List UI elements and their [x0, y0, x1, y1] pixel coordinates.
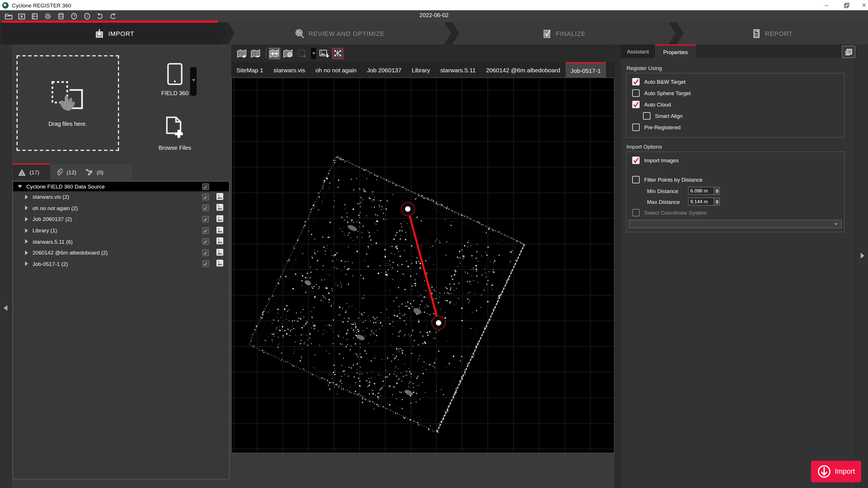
thumbnail-icon[interactable]: [216, 226, 223, 234]
close-project-icon[interactable]: [17, 12, 26, 21]
pan-sitemap-button[interactable]: [269, 47, 280, 59]
tool-options-dropdown[interactable]: [311, 47, 316, 59]
tab-warnings[interactable]: (17): [12, 165, 50, 180]
sitemap-tab[interactable]: Job 2060137: [362, 62, 406, 77]
checkbox[interactable]: [632, 89, 640, 97]
caret-right-icon[interactable]: [25, 239, 28, 244]
workflow-tab-report[interactable]: REPORT: [677, 22, 868, 44]
tree-row[interactable]: starwars.5.11 (6) ✓: [13, 236, 229, 247]
registration-link[interactable]: [401, 202, 445, 330]
help-icon[interactable]: ?: [69, 12, 79, 21]
caret-right-icon[interactable]: [25, 206, 28, 210]
sitemap-tab[interactable]: SiteMap 1: [231, 62, 269, 77]
remove-sitemap-button[interactable]: [250, 47, 261, 59]
drag-files-dropzone[interactable]: Drag files here.: [17, 55, 119, 151]
tree-row[interactable]: starwars.vis (2) ✓: [13, 191, 229, 202]
select-region-button[interactable]: [296, 47, 308, 59]
tab-properties[interactable]: Properties: [655, 44, 696, 58]
workflow-tab-review[interactable]: REVIEW AND OPTIMIZE: [228, 22, 451, 44]
checkbox[interactable]: [643, 112, 650, 120]
thumbnail-icon[interactable]: [216, 193, 223, 201]
option-select-coordinate-system[interactable]: Select Coordinate System: [632, 209, 707, 216]
tab-assistant[interactable]: Assistant: [621, 44, 655, 58]
coordinate-system-dropdown[interactable]: [629, 220, 842, 228]
redo-icon[interactable]: [108, 12, 118, 21]
project-manager-icon[interactable]: [30, 12, 39, 21]
tree-row-checkbox[interactable]: ✓: [202, 205, 209, 212]
restore-button[interactable]: [838, 0, 853, 10]
thumbnail-icon[interactable]: [216, 237, 223, 246]
tree-header-checkbox[interactable]: ✓: [202, 183, 209, 190]
caret-right-icon[interactable]: [25, 228, 28, 233]
tree-row[interactable]: Library (1) ✓: [13, 225, 229, 236]
import-image-button[interactable]: [318, 47, 330, 59]
sitemap-canvas[interactable]: [231, 77, 615, 453]
tab-attachments[interactable]: (12): [56, 168, 76, 176]
tree-row[interactable]: 2060142 @6m albedoboard (2) ✓: [13, 247, 229, 258]
option-filter-points[interactable]: Filter Points by Distance: [632, 176, 703, 183]
max-distance-stepper[interactable]: [714, 198, 720, 205]
option-auto-bw-target[interactable]: Auto B&W Target: [632, 78, 685, 86]
field360-dropdown[interactable]: [190, 67, 196, 96]
tree-row-checkbox[interactable]: ✓: [202, 250, 209, 256]
checkbox[interactable]: [632, 157, 640, 164]
checkbox[interactable]: [632, 209, 640, 216]
option-smart-align[interactable]: Smart Align: [643, 112, 683, 120]
field360-source[interactable]: FIELD 360: [155, 63, 195, 96]
caret-down-icon[interactable]: [18, 185, 22, 188]
panel-layout-toggle-button[interactable]: [842, 45, 856, 58]
info-icon[interactable]: i: [82, 12, 92, 21]
caret-right-icon[interactable]: [25, 217, 28, 222]
checkbox[interactable]: [632, 176, 640, 183]
settings-gear-icon[interactable]: [43, 12, 53, 21]
option-import-images[interactable]: Import Images: [632, 157, 679, 164]
tree-row[interactable]: Job-0517-1 (2) ✓: [13, 258, 229, 269]
caret-right-icon[interactable]: [25, 262, 28, 266]
checkbox[interactable]: [632, 78, 640, 86]
workflow-tab-import[interactable]: IMPORT: [2, 22, 227, 44]
left-collapse-strip[interactable]: [0, 44, 11, 488]
option-pre-registered[interactable]: Pre-Registered: [632, 124, 681, 131]
thumbnail-icon[interactable]: [216, 215, 223, 223]
option-auto-sphere-target[interactable]: Auto Sphere Target: [632, 89, 690, 97]
sitemap-tab[interactable]: 2060142 @6m albedoboard: [481, 62, 565, 77]
collapse-left-panel-icon[interactable]: [3, 305, 7, 311]
min-distance-input[interactable]: [688, 187, 714, 195]
tree-row-checkbox[interactable]: ✓: [202, 216, 209, 223]
place-setup-button[interactable]: [282, 47, 294, 59]
minimize-button[interactable]: –: [819, 0, 834, 10]
thumbnail-icon[interactable]: [216, 204, 223, 212]
thumbnail-icon[interactable]: [216, 249, 223, 257]
undo-icon[interactable]: [95, 12, 105, 21]
max-distance-input[interactable]: [688, 198, 714, 205]
workflow-tab-finalize[interactable]: FINALIZE: [452, 22, 676, 44]
right-collapse-strip[interactable]: [856, 44, 868, 488]
tree-row[interactable]: oh no not again (2) ✓: [13, 202, 229, 214]
option-auto-cloud[interactable]: Auto Cloud: [632, 101, 671, 108]
add-sitemap-button[interactable]: [236, 47, 248, 59]
import-button[interactable]: Import: [811, 461, 861, 482]
thumbnail-icon[interactable]: [216, 260, 223, 268]
caret-right-icon[interactable]: [25, 195, 28, 199]
open-project-icon[interactable]: [3, 12, 13, 21]
expand-right-panel-icon[interactable]: [861, 253, 865, 259]
visual-link-tool-button[interactable]: [332, 47, 343, 59]
sitemap-tab[interactable]: starwars.vis: [269, 62, 310, 77]
close-button[interactable]: ×: [857, 0, 868, 10]
sitemap-tab-active[interactable]: Job-0517-1: [565, 62, 606, 77]
tree-row-checkbox[interactable]: ✓: [202, 227, 209, 234]
sitemap-tab[interactable]: Library: [407, 62, 435, 77]
storage-icon[interactable]: [56, 12, 65, 21]
caret-right-icon[interactable]: [25, 251, 28, 255]
browse-files-source[interactable]: Browse Files: [153, 116, 197, 151]
tab-links[interactable]: (0): [86, 168, 103, 176]
panel-splitter[interactable]: [615, 44, 621, 488]
min-distance-stepper[interactable]: [714, 187, 720, 195]
checkbox[interactable]: [632, 124, 640, 131]
tree-row[interactable]: Job 2060137 (2) ✓: [13, 214, 229, 225]
tree-row-checkbox[interactable]: ✓: [202, 194, 209, 200]
tree-header-row[interactable]: Cyclone FIELD 360 Data Source ✓: [13, 182, 229, 191]
checkbox[interactable]: [632, 101, 640, 108]
tree-row-checkbox[interactable]: ✓: [202, 261, 209, 267]
tree-row-checkbox[interactable]: ✓: [202, 238, 209, 245]
